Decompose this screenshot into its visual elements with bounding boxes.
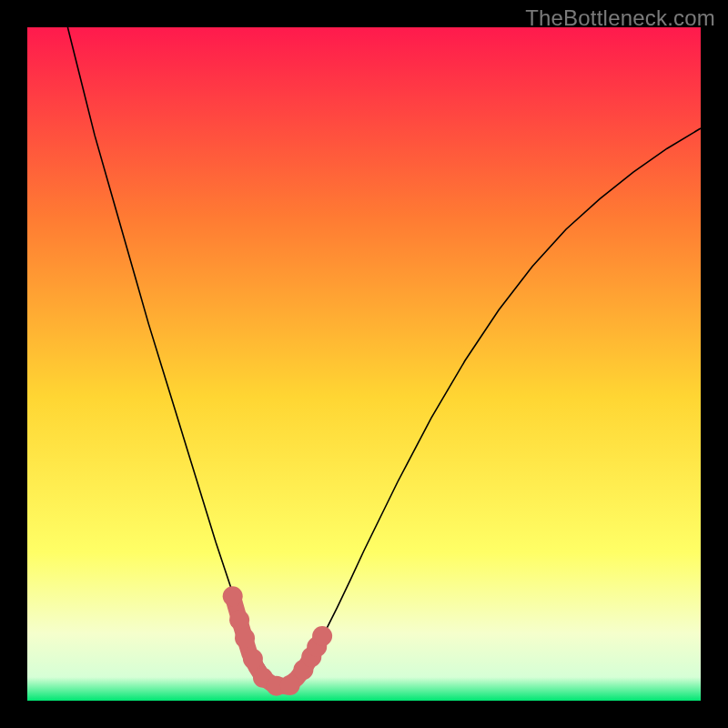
highlight-dot <box>235 628 255 648</box>
highlight-dot <box>280 675 300 695</box>
highlight-dot <box>223 586 243 606</box>
highlight-dot <box>229 610 249 630</box>
highlight-dot <box>243 649 263 669</box>
chart-area <box>27 27 701 701</box>
highlight-dot <box>312 626 332 646</box>
gradient-background <box>27 27 701 701</box>
watermark-text: TheBottleneck.com <box>525 5 715 31</box>
chart-svg <box>27 27 701 701</box>
